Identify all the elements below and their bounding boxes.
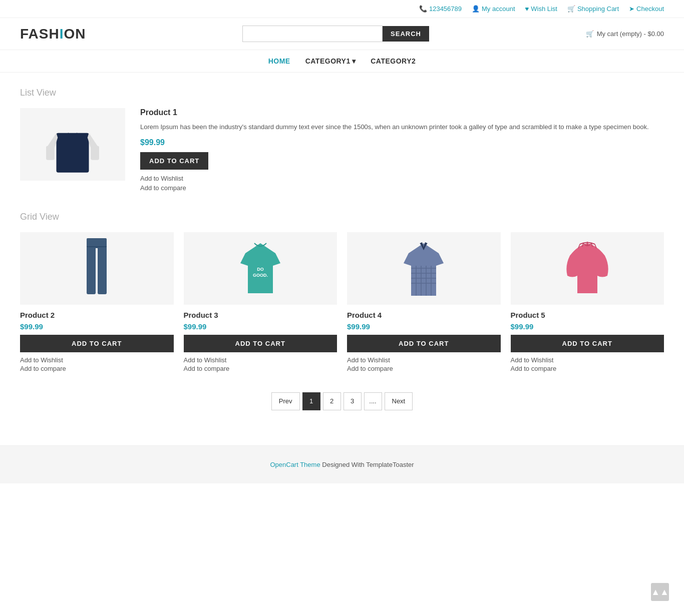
svg-rect-6 (87, 247, 96, 294)
phone-icon: 📞 (419, 5, 427, 13)
product2-wishlist[interactable]: Add to Wishlist (20, 356, 174, 364)
product3-wishlist[interactable]: Add to Wishlist (184, 356, 337, 364)
pagination-page-1[interactable]: 1 (302, 392, 320, 410)
pagination-page-3[interactable]: 3 (344, 392, 362, 410)
product1-price: $99.99 (140, 138, 664, 147)
shopping-cart-link[interactable]: 🛒 Shopping Cart (567, 5, 619, 13)
list-view-title: List View (20, 88, 664, 98)
footer-text: Designed With TemplateToaster (322, 461, 414, 468)
top-bar: 📞 123456789 👤 My account ♥ Wish List 🛒 S… (0, 0, 684, 18)
product5-name: Product 5 (511, 311, 664, 319)
main-content: List View (0, 73, 684, 445)
phone-number: 📞 123456789 (419, 5, 462, 13)
footer-link[interactable]: OpenCart Theme (270, 461, 320, 468)
product4-svg (399, 236, 449, 301)
wish-list-link[interactable]: ♥ Wish List (525, 5, 557, 13)
product3-price: $99.99 (184, 322, 337, 331)
product4-compare[interactable]: Add to compare (347, 365, 501, 372)
product4-wishlist[interactable]: Add to Wishlist (347, 356, 501, 364)
product4-links: Add to Wishlist Add to compare (347, 356, 501, 372)
product5-image (511, 232, 664, 305)
heart-icon: ♥ (525, 5, 529, 13)
product2-image (20, 232, 174, 305)
list-view-section: List View (20, 88, 664, 192)
product3-name: Product 3 (184, 311, 337, 319)
product1-name: Product 1 (140, 108, 664, 117)
product2-name: Product 2 (20, 311, 174, 319)
nav-category2[interactable]: CATEGORY2 (371, 57, 416, 65)
search-button[interactable]: SEARCH (383, 26, 429, 42)
footer: OpenCart Theme Designed With TemplateToa… (0, 445, 684, 483)
product5-add-to-cart[interactable]: ADD TO CART (511, 335, 664, 352)
product4-add-to-cart[interactable]: ADD TO CART (347, 335, 501, 352)
product3-links: Add to Wishlist Add to compare (184, 356, 337, 372)
product1-compare[interactable]: Add to compare (140, 184, 664, 192)
product4-name: Product 4 (347, 311, 501, 319)
cart-icon: 🛒 (567, 5, 575, 13)
account-icon: 👤 (472, 5, 480, 13)
product3-compare[interactable]: Add to compare (184, 365, 337, 372)
svg-rect-4 (91, 146, 99, 160)
product3-svg: DO GOOD. (235, 236, 285, 301)
chevron-down-icon: ▾ (352, 57, 356, 65)
checkout-icon: ➤ (629, 5, 634, 13)
product2-compare[interactable]: Add to compare (20, 365, 174, 372)
product5-compare[interactable]: Add to compare (511, 365, 664, 372)
product5-links: Add to Wishlist Add to compare (511, 356, 664, 372)
product3-add-to-cart[interactable]: ADD TO CART (184, 335, 337, 352)
pagination-page-2[interactable]: 2 (323, 392, 341, 410)
grid-item-3: Product 5 $99.99 ADD TO CART Add to Wish… (511, 232, 664, 372)
product2-price: $99.99 (20, 322, 174, 331)
svg-rect-3 (46, 146, 55, 160)
pagination-prev[interactable]: Prev (271, 392, 300, 410)
grid-items-container: Product 2 $99.99 ADD TO CART Add to Wish… (20, 232, 664, 372)
product1-add-to-cart[interactable]: ADD TO CART (140, 152, 208, 170)
grid-view-section: Grid View Product 2 $99.99 ADD TO CART A… (20, 212, 664, 372)
pagination-next[interactable]: Next (385, 392, 413, 410)
product5-wishlist[interactable]: Add to Wishlist (511, 356, 664, 364)
grid-item-2: Product 4 $99.99 ADD TO CART Add to Wish… (347, 232, 501, 372)
product2-links: Add to Wishlist Add to compare (20, 356, 174, 372)
pagination-ellipsis: .... (364, 392, 382, 410)
product4-image (347, 232, 501, 305)
product5-svg (562, 236, 612, 301)
svg-rect-7 (98, 247, 107, 294)
cart-info: 🛒 My cart (empty) - $0.00 (586, 30, 664, 38)
search-input[interactable] (242, 26, 383, 42)
search-bar: SEARCH (242, 26, 429, 42)
product3-image: DO GOOD. (184, 232, 337, 305)
checkout-link[interactable]: ➤ Checkout (629, 5, 664, 13)
product1-svg (43, 112, 103, 177)
my-account-link[interactable]: 👤 My account (472, 5, 515, 13)
nav-home[interactable]: HOME (268, 57, 290, 65)
grid-item-0: Product 2 $99.99 ADD TO CART Add to Wish… (20, 232, 174, 372)
product2-svg (72, 236, 122, 301)
pagination: Prev 1 2 3 .... Next (20, 392, 664, 410)
nav-category1[interactable]: CATEGORY1 ▾ (305, 57, 356, 65)
product5-price: $99.99 (511, 322, 664, 331)
grid-item-1: DO GOOD. Product 3 $99.99 ADD TO CART Ad… (184, 232, 337, 372)
phone-link[interactable]: 123456789 (429, 5, 462, 13)
cart-icon-header: 🛒 (586, 30, 594, 38)
product1-info: Product 1 Lorem Ipsum has been the indus… (140, 108, 664, 192)
product1-desc: Lorem Ipsum has been the industry's stan… (140, 122, 664, 132)
logo: FASHION (20, 26, 86, 42)
product1-links: Add to Wishlist Add to compare (140, 175, 664, 192)
header: FASHION SEARCH 🛒 My cart (empty) - $0.00 (0, 18, 684, 50)
svg-text:GOOD.: GOOD. (253, 273, 268, 278)
product1-image (20, 108, 125, 181)
product1-wishlist[interactable]: Add to Wishlist (140, 175, 664, 182)
grid-view-title: Grid View (20, 212, 664, 222)
product4-price: $99.99 (347, 322, 501, 331)
svg-text:DO: DO (257, 267, 264, 272)
svg-rect-0 (57, 133, 89, 172)
product2-add-to-cart[interactable]: ADD TO CART (20, 335, 174, 352)
navigation: HOME CATEGORY1 ▾ CATEGORY2 (0, 50, 684, 73)
list-item: Product 1 Lorem Ipsum has been the indus… (20, 108, 664, 192)
svg-marker-12 (404, 243, 444, 296)
